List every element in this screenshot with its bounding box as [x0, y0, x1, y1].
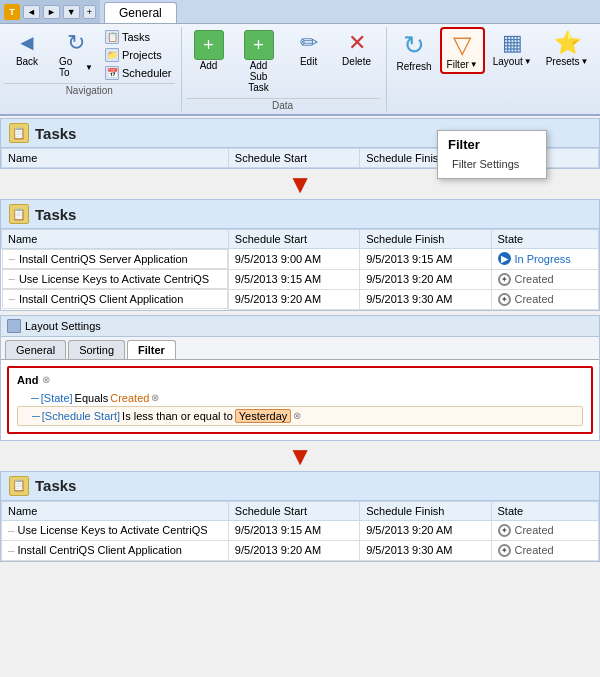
back-label: Back [16, 56, 38, 67]
layout-label: Layout [493, 56, 523, 67]
section3-panel: 📋 Tasks Name Schedule Start Schedule Fin… [0, 471, 600, 562]
refresh-label: Refresh [397, 61, 432, 72]
table-row[interactable]: ─Install CentriQS Server Application 9/5… [2, 249, 599, 270]
edit-button[interactable]: ✏ Edit [286, 27, 332, 70]
filter-rule-1: ─ [State] Equals Created ⊗ [17, 390, 583, 406]
tab-sorting[interactable]: Sorting [68, 340, 125, 359]
rule1-field-bracket-open: ─ [31, 392, 39, 404]
add-label: Add [200, 60, 218, 71]
ribbon-group-actions: ↻ Refresh ▽ Filter ▼ ▦ Lay [391, 27, 600, 111]
filter-rule-2: ─ [Schedule Start] Is less than or equal… [17, 406, 583, 426]
goto-button[interactable]: ↻ Go To ▼ [53, 27, 99, 81]
start-cell: 9/5/2013 9:15 AM [228, 520, 359, 540]
app-icon: T [4, 4, 20, 20]
arrow-divider-2: ▼ [0, 441, 600, 471]
presets-button[interactable]: ⭐ Presets ▼ [540, 27, 595, 70]
filter-settings-item[interactable]: Filter Settings [448, 156, 536, 172]
col-name-2: Name [2, 230, 229, 249]
finish-cell: 9/5/2013 9:20 AM [360, 269, 491, 289]
tab-general[interactable]: General [104, 2, 177, 23]
scheduler-nav-btn[interactable]: 📅 Scheduler [102, 65, 175, 81]
start-cell: 9/5/2013 9:00 AM [228, 249, 359, 270]
layout-settings-icon [7, 319, 21, 333]
state-cell: ✦ Created [491, 269, 598, 289]
delete-icon: ✕ [348, 30, 366, 56]
layout-icon: ▦ [502, 30, 523, 56]
refresh-icon: ↻ [403, 30, 425, 61]
nav-dropdown-btn[interactable]: ▼ [63, 5, 80, 19]
start-cell: 9/5/2013 9:15 AM [228, 269, 359, 289]
state-cell: ✦ Created [491, 540, 598, 560]
rule2-field: [Schedule Start] [42, 410, 120, 422]
delete-button[interactable]: ✕ Delete [334, 27, 380, 70]
finish-cell: 9/5/2013 9:30 AM [360, 540, 491, 560]
col-state-2: State [491, 230, 598, 249]
projects-nav-icon: 📁 [105, 48, 119, 62]
arrow-down-icon-1: ▼ [287, 169, 313, 199]
table-row[interactable]: ─ Use License Keys to Activate CentriQS … [2, 520, 599, 540]
task-name-cell: ─ Use License Keys to Activate CentriQS [2, 520, 229, 540]
rule2-field-dash: ─ [32, 410, 40, 422]
col-finish-2: Schedule Finish [360, 230, 491, 249]
rule1-op: Equals [75, 392, 109, 404]
rule2-value: Yesterday [235, 409, 292, 423]
col-start-1: Schedule Start [228, 149, 359, 168]
filter-icon: ▽ [453, 31, 471, 59]
filter-popup-title: Filter [448, 137, 536, 152]
back-button[interactable]: ◄ Back [4, 27, 50, 70]
scheduler-nav-label: Scheduler [122, 67, 172, 79]
filter-and-row: And ⊗ [17, 374, 583, 386]
add-button[interactable]: + Add [186, 27, 232, 74]
projects-nav-btn[interactable]: 📁 Projects [102, 47, 175, 63]
layout-settings-header: Layout Settings [1, 316, 599, 337]
ribbon-group-navigation: ◄ Back ↻ Go To ▼ 📋 Tasks [4, 27, 182, 111]
presets-icon: ⭐ [554, 30, 581, 56]
ribbon-group-data: + Add + Add Sub Task ✏ Edit ✕ Delete [186, 27, 387, 111]
start-cell: 9/5/2013 9:20 AM [228, 289, 359, 309]
presets-label: Presets [546, 56, 580, 67]
col-state-3: State [491, 501, 598, 520]
projects-nav-label: Projects [122, 49, 162, 61]
rule1-value: Created [110, 392, 149, 404]
tasks-nav-btn[interactable]: 📋 Tasks [102, 29, 175, 45]
filter-button[interactable]: ▽ Filter ▼ [440, 27, 485, 74]
refresh-button[interactable]: ↻ Refresh [391, 27, 438, 75]
add-sub-task-button[interactable]: + Add Sub Task [234, 27, 284, 96]
edit-icon: ✏ [300, 30, 318, 56]
task-name-cell: ─Install CentriQS Client Application [2, 289, 228, 309]
table-row[interactable]: ─Use License Keys to Activate CentriQS 9… [2, 269, 599, 289]
back-icon: ◄ [16, 30, 38, 56]
state-cell: ✦ Created [491, 289, 598, 309]
more-button[interactable]: ⋯ [597, 27, 601, 57]
new-tab-btn[interactable]: + [83, 5, 96, 19]
finish-cell: 9/5/2013 9:15 AM [360, 249, 491, 270]
layout-button[interactable]: ▦ Layout ▼ [487, 27, 538, 70]
arrow-down-icon-2: ▼ [287, 441, 313, 471]
col-start-2: Schedule Start [228, 230, 359, 249]
tab-filter[interactable]: Filter [127, 340, 176, 359]
col-start-3: Schedule Start [228, 501, 359, 520]
col-name-3: Name [2, 501, 229, 520]
rule2-close[interactable]: ⊗ [293, 410, 301, 421]
tasks-nav-label: Tasks [122, 31, 150, 43]
inner-tabs-bar: General Sorting Filter [1, 337, 599, 360]
and-close[interactable]: ⊗ [42, 374, 50, 385]
section1-title: Tasks [35, 125, 76, 142]
rule1-close[interactable]: ⊗ [151, 392, 159, 403]
tab-general[interactable]: General [5, 340, 66, 359]
presets-dropdown-icon: ▼ [581, 57, 589, 66]
scheduler-nav-icon: 📅 [105, 66, 119, 80]
filter-rules-box: And ⊗ ─ [State] Equals Created ⊗ ─ [Sche… [7, 366, 593, 434]
table-row[interactable]: ─Install CentriQS Client Application 9/5… [2, 289, 599, 309]
nav-back-btn[interactable]: ◄ [23, 5, 40, 19]
section3-header: 📋 Tasks [1, 472, 599, 501]
nav-fwd-btn[interactable]: ► [43, 5, 60, 19]
goto-label: Go To [59, 56, 84, 78]
rule1-field: [State] [41, 392, 73, 404]
table-row[interactable]: ─ Install CentriQS Client Application 9/… [2, 540, 599, 560]
state-cell: ▶ In Progress [491, 249, 598, 270]
layout-settings-panel: Layout Settings General Sorting Filter A… [0, 315, 600, 441]
section2-table: Name Schedule Start Schedule Finish Stat… [1, 229, 599, 310]
tasks-nav-icon: 📋 [105, 30, 119, 44]
goto-icon: ↻ [67, 30, 85, 56]
